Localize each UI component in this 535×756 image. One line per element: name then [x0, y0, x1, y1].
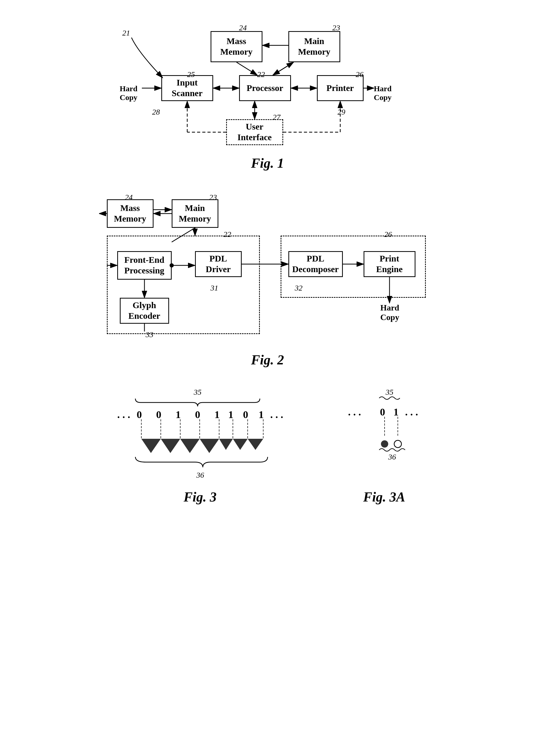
svg-marker-55 [233, 439, 248, 450]
main-memory-box-fig2: Main Memory [172, 199, 218, 228]
frontend-box: Front-End Processing [117, 251, 172, 280]
figure-1-diagram: 21 Mass Memory 24 Main Memory 23 Process… [112, 15, 423, 150]
main-memory-box-fig1: Main Memory [288, 31, 340, 62]
svg-line-5 [273, 62, 294, 75]
ref-26-fig1: 26 [356, 70, 364, 79]
figure-2-wrapper: Mass Memory 24 Main Memory 23 22 26 Fron… [73, 192, 462, 367]
svg-text:1: 1 [176, 409, 181, 420]
pdl-decomposer-box: PDL Decomposer [288, 251, 343, 277]
svg-text:36: 36 [388, 452, 396, 461]
print-engine-box: Print Engine [364, 251, 415, 277]
ref-23-fig2: 23 [209, 193, 217, 202]
svg-text:0: 0 [243, 409, 248, 420]
ref-24-fig1: 24 [239, 23, 247, 32]
processor-box-fig1: Processor [239, 75, 291, 101]
svg-point-65 [381, 440, 388, 447]
figure-3-row: 35 . . . 0 0 1 0 1 1 0 1 . . . [21, 388, 514, 505]
svg-marker-54 [219, 439, 233, 450]
hard-copy-label-fig2: HardCopy [380, 303, 399, 322]
hard-copy-in-label: HardCopy [120, 84, 137, 102]
svg-marker-50 [141, 439, 161, 453]
ref-23-fig1: 23 [332, 23, 340, 32]
svg-text:36: 36 [196, 471, 204, 479]
ref-27-fig1: 27 [273, 113, 281, 122]
svg-text:0: 0 [380, 406, 385, 418]
figure-3a-wrapper: 35 . . . 0 1 . . . [343, 388, 426, 505]
svg-marker-51 [161, 439, 180, 453]
svg-marker-52 [180, 439, 200, 453]
ref-32-fig2: 32 [295, 284, 303, 292]
ref-21: 21 [123, 29, 130, 37]
svg-marker-56 [248, 439, 263, 450]
ref-22-fig1: 22 [257, 70, 265, 79]
figure-1-wrapper: 21 Mass Memory 24 Main Memory 23 Process… [86, 15, 449, 171]
svg-text:0: 0 [137, 409, 142, 420]
svg-text:35: 35 [193, 388, 202, 396]
svg-text:1: 1 [393, 406, 399, 418]
fig3a-label: Fig. 3A [363, 489, 405, 505]
pdl-driver-box: PDL Driver [195, 251, 242, 277]
figures-container: 21 Mass Memory 24 Main Memory 23 Process… [21, 15, 514, 505]
svg-point-66 [394, 440, 402, 447]
svg-marker-53 [200, 439, 219, 453]
fig1-label: Fig. 1 [86, 155, 449, 171]
ref-26-fig2: 26 [384, 230, 392, 239]
ref-29-fig1: 29 [338, 108, 346, 116]
fig3-svg: 35 . . . 0 0 1 0 1 1 0 1 . . . [109, 388, 291, 487]
figure-3-wrapper: 35 . . . 0 0 1 0 1 1 0 1 . . . [109, 388, 291, 505]
figure-3a-diagram: 35 . . . 0 1 . . . [343, 388, 426, 487]
printer-box-fig1: Printer [317, 75, 364, 101]
ref-31-fig2: 31 [211, 284, 218, 292]
svg-text:. . .: . . . [270, 409, 283, 420]
svg-text:. . .: . . . [117, 409, 130, 420]
svg-text:1: 1 [228, 409, 233, 420]
ref-24-fig2: 24 [125, 193, 133, 202]
svg-text:0: 0 [195, 409, 200, 420]
glyph-encoder-box: Glyph Encoder [120, 298, 169, 324]
ref-25-fig1: 25 [187, 70, 195, 79]
svg-line-3 [237, 62, 257, 75]
fig3-label: Fig. 3 [183, 489, 216, 505]
fig3a-svg: 35 . . . 0 1 . . . [343, 388, 426, 487]
ref-28-fig1: 28 [152, 108, 160, 116]
input-scanner-box-fig1: Input Scanner [161, 75, 213, 101]
svg-line-4 [273, 62, 294, 75]
svg-text:. . .: . . . [348, 406, 361, 418]
svg-text:. . .: . . . [405, 406, 418, 418]
mass-memory-box-fig2: Mass Memory [107, 199, 154, 228]
figure-2-diagram: Mass Memory 24 Main Memory 23 22 26 Fron… [99, 192, 436, 347]
svg-text:0: 0 [156, 409, 161, 420]
figure-3-diagram: 35 . . . 0 0 1 0 1 1 0 1 . . . [109, 388, 291, 487]
mass-memory-box-fig1: Mass Memory [211, 31, 263, 62]
svg-text:1: 1 [214, 409, 220, 420]
hard-copy-out-label: HardCopy [374, 84, 392, 102]
svg-text:35: 35 [385, 388, 393, 396]
ref-22-fig2: 22 [224, 230, 231, 239]
svg-text:1: 1 [259, 409, 264, 420]
ref-33-fig2: 33 [146, 330, 154, 339]
user-interface-box-fig1: User Interface [226, 119, 283, 145]
fig2-label: Fig. 2 [73, 352, 462, 367]
